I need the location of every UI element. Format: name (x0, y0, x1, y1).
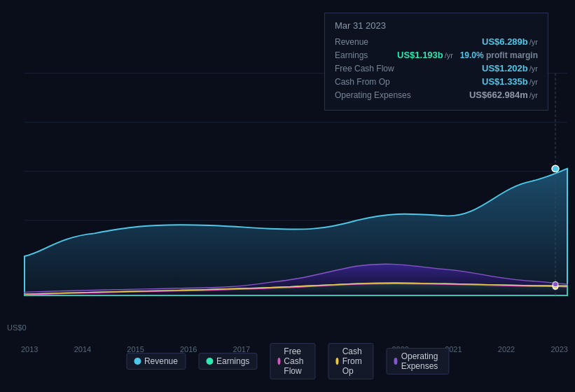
tooltip-opex-label: Operating Expenses (335, 90, 411, 100)
chart-container: US$7b US$0 (0, 0, 575, 392)
tooltip-revenue-row: Revenue US$6.289b/yr (335, 36, 538, 47)
tooltip-cfo-row: Cash From Op US$1.335b/yr (335, 76, 538, 87)
legend-item-fcf[interactable]: Free Cash Flow (270, 343, 315, 379)
tooltip-cfo-label: Cash From Op (335, 77, 390, 87)
x-label-2013: 2013 (21, 345, 38, 354)
legend-dot-fcf (277, 358, 280, 365)
tooltip-revenue-label: Revenue (335, 37, 368, 47)
legend-item-earnings[interactable]: Earnings (198, 353, 257, 370)
legend-item-cfo[interactable]: Cash From Op (328, 343, 373, 379)
legend-dot-earnings (206, 358, 213, 365)
svg-point-8 (552, 165, 559, 172)
legend-label-cfo: Cash From Op (342, 346, 366, 376)
x-label-2023: 2023 (550, 345, 567, 354)
tooltip-opex-value: US$662.984m/yr (469, 90, 538, 100)
tooltip-opex-row: Operating Expenses US$662.984m/yr (335, 90, 538, 100)
tooltip-earnings-value: US$1.193b/yr 19.0% profit margin (397, 50, 538, 60)
legend-dot-revenue (134, 358, 141, 365)
tooltip-fcf-value: US$1.202b/yr (482, 63, 538, 74)
legend-label-opex: Operating Expenses (401, 351, 441, 371)
legend-item-revenue[interactable]: Revenue (126, 353, 186, 370)
legend-item-opex[interactable]: Operating Expenses (386, 348, 449, 374)
tooltip-cfo-value: US$1.335b/yr (482, 76, 538, 87)
tooltip-date: Mar 31 2023 (335, 20, 538, 31)
legend-dot-opex (394, 358, 397, 365)
legend-label-earnings: Earnings (216, 356, 249, 366)
x-label-2014: 2014 (74, 345, 91, 354)
tooltip-revenue-value: US$6.289b/yr (482, 36, 538, 47)
tooltip-fcf-row: Free Cash Flow US$1.202b/yr (335, 63, 538, 74)
tooltip-fcf-label: Free Cash Flow (335, 64, 394, 74)
x-label-2022: 2022 (498, 345, 515, 354)
tooltip-box: Mar 31 2023 Revenue US$6.289b/yr Earning… (324, 13, 548, 111)
tooltip-margin: 19.0% profit margin (460, 50, 538, 60)
tooltip-earnings-label: Earnings (335, 50, 368, 60)
legend: Revenue Earnings Free Cash Flow Cash Fro… (126, 343, 449, 379)
svg-point-12 (553, 281, 558, 286)
legend-label-revenue: Revenue (144, 356, 178, 366)
tooltip-earnings-row: Earnings US$1.193b/yr 19.0% profit margi… (335, 50, 538, 60)
legend-label-fcf: Free Cash Flow (284, 346, 307, 376)
legend-dot-cfo (335, 358, 338, 365)
